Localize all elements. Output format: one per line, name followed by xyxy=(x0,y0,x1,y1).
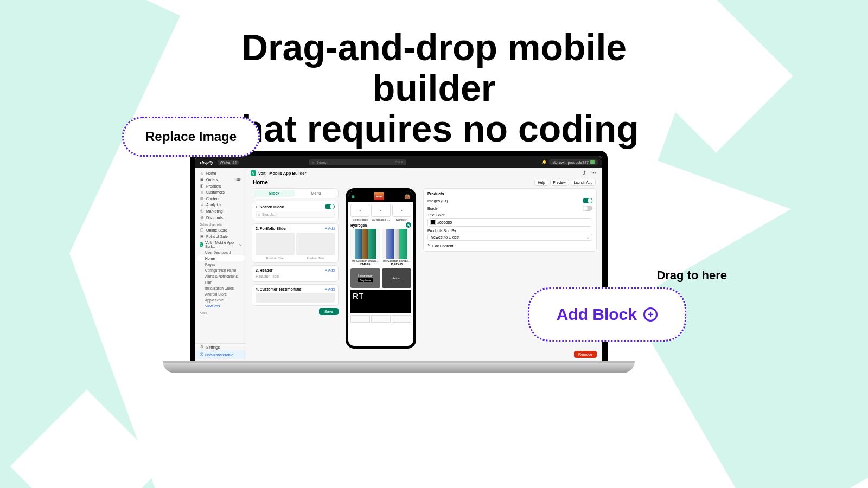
store-avatar-icon xyxy=(590,160,595,164)
app-sub-pages[interactable]: Pages xyxy=(195,261,246,267)
product-image xyxy=(382,229,412,259)
info-icon: ⓘ xyxy=(200,352,203,357)
app-sub-alerts[interactable]: Alerts & Notifications xyxy=(195,273,246,279)
app-sub-plan[interactable]: Plan xyxy=(195,279,246,285)
app-logo: amm xyxy=(374,192,384,200)
app-sub-init[interactable]: Initialization Guide xyxy=(195,285,246,291)
view-less-link[interactable]: View less xyxy=(195,303,246,309)
phone-category-card[interactable]: ▲ xyxy=(371,204,390,217)
portfolio-item[interactable]: Portfolio Title xyxy=(256,233,295,260)
phone-category-card[interactable]: ▲ xyxy=(392,204,411,217)
edition-badge[interactable]: Winter '24 xyxy=(218,160,239,165)
orders-badge: 18 xyxy=(234,178,241,181)
launch-app-button[interactable]: Launch App xyxy=(571,179,596,186)
title-color-label: Title Color xyxy=(427,213,592,217)
properties-panel: Products Images (Fit) Border Title Color xyxy=(423,188,597,252)
sidebar-item-orders[interactable]: ▣Orders18 xyxy=(195,176,246,183)
portfolio-add-button[interactable]: + Add xyxy=(325,227,335,230)
product-card[interactable]: The Collection Snowbo… ₹1,025.00 xyxy=(382,229,412,266)
testimonials-add-button[interactable]: + Add xyxy=(325,287,335,291)
analytics-icon: ≡ xyxy=(200,203,204,207)
images-fit-toggle[interactable] xyxy=(583,198,592,203)
properties-heading: Products xyxy=(427,192,592,196)
embedded-app-header: V Volt - Mobile App Builder ⤴ ⋯ xyxy=(246,168,602,178)
sidebar-item-discounts[interactable]: ⊘Discounts xyxy=(195,214,246,221)
search-icon: ⌕ xyxy=(312,160,314,164)
app-sub-android[interactable]: Android Store xyxy=(195,291,246,297)
search-kbd-hint: Ctrl K xyxy=(395,160,403,164)
color-swatch-icon xyxy=(430,220,436,225)
app-sub-config[interactable]: Configuration Panel xyxy=(195,267,246,273)
home-icon: ⌂ xyxy=(200,171,204,175)
block-search[interactable]: 1. Search Block ⌕ Search… xyxy=(252,201,339,221)
header-add-button[interactable]: + Add xyxy=(325,268,335,272)
block-header[interactable]: 3. Header + Add Header Title xyxy=(252,265,339,282)
share-icon[interactable]: ⤴ xyxy=(582,170,588,176)
app-topbar: shopify Winter '24 ⌕ Search Ctrl K 🔔 sto… xyxy=(195,156,602,168)
sidebar-item-home[interactable]: ⌂Home xyxy=(195,170,246,176)
tab-block[interactable]: Block xyxy=(253,190,295,197)
callout-add-block[interactable]: Add Block + xyxy=(528,287,686,342)
non-transferable-notice[interactable]: ⓘNon-transferable xyxy=(195,350,246,359)
store-switcher[interactable]: storewithproducts387 xyxy=(549,159,598,165)
sidebar-item-products[interactable]: ◧Products xyxy=(195,183,246,189)
sidebar-item-online-store[interactable]: ▢Online Store xyxy=(195,227,246,233)
section-edit-icon[interactable]: ✎ xyxy=(406,222,411,228)
preview-button[interactable]: Preview xyxy=(550,179,569,186)
more-icon[interactable]: ⋯ xyxy=(590,170,598,176)
block-testimonials[interactable]: 4. Customer Testimonials + Add xyxy=(252,284,339,306)
buy-now-button[interactable]: Buy Now xyxy=(358,278,373,282)
app-sub-home[interactable]: Home xyxy=(197,255,244,261)
tab-menu[interactable]: Menu xyxy=(295,190,337,197)
product-image xyxy=(350,229,380,259)
product-card[interactable]: The Collection Snowbo… ₹749.95 xyxy=(350,229,380,266)
promo-banner[interactable]: Autom xyxy=(382,268,412,288)
phone-preview: ≡ amm 👜 ▲ ▲ ▲ Home page xyxy=(346,188,416,349)
sidebar-item-customers[interactable]: ☺Customers xyxy=(195,189,246,195)
search-icon: ⌕ xyxy=(258,213,260,216)
remove-button[interactable]: Remove xyxy=(574,351,597,358)
pin-icon[interactable]: ⇲ xyxy=(239,243,241,247)
volt-badge-icon: V xyxy=(200,242,203,247)
page-title: Home xyxy=(253,179,268,185)
online-store-icon: ▢ xyxy=(200,228,204,232)
notifications-icon[interactable]: 🔔 xyxy=(542,160,547,164)
search-block-toggle[interactable] xyxy=(325,204,335,209)
sidebar-item-analytics[interactable]: ≡Analytics xyxy=(195,202,246,208)
volt-badge-icon: V xyxy=(251,170,256,176)
app-sub-dashboard[interactable]: User Dashboard xyxy=(195,249,246,255)
block-portfolio-title: 2. Portfolio Slider xyxy=(256,227,287,230)
images-fit-label: Images (Fit) xyxy=(427,199,448,203)
sidebar-app-volt[interactable]: V Volt - Mobile App Buil… ⇲ xyxy=(195,240,246,249)
products-icon: ◧ xyxy=(200,184,204,188)
sales-channels-heading: Sales channels xyxy=(195,221,246,227)
sidebar-item-pos[interactable]: ▣Point of Sale xyxy=(195,233,246,240)
callout-replace-image[interactable]: Replace Image xyxy=(122,117,260,157)
orders-icon: ▣ xyxy=(200,177,204,182)
edit-content-button[interactable]: ✎ Edit Content xyxy=(427,243,592,248)
pos-icon: ▣ xyxy=(200,234,204,239)
border-label: Border xyxy=(427,207,439,210)
sidebar-item-content[interactable]: ▤Content xyxy=(195,195,246,202)
hero-banner[interactable]: RT xyxy=(350,290,411,313)
border-toggle[interactable] xyxy=(583,206,592,211)
admin-sidebar: ⌂Home ▣Orders18 ◧Products ☺Customers ▤Co… xyxy=(195,168,246,361)
sidebar-item-settings[interactable]: ⚙Settings xyxy=(195,344,246,350)
thumb-placeholder xyxy=(371,315,391,323)
title-color-input[interactable]: #000000 xyxy=(427,218,592,227)
save-button[interactable]: Save xyxy=(319,308,339,315)
pencil-icon: ✎ xyxy=(427,243,431,248)
promo-banner[interactable]: Home page Buy Now xyxy=(350,268,380,288)
global-search-input[interactable]: ⌕ Search Ctrl K xyxy=(309,159,406,165)
hamburger-icon[interactable]: ≡ xyxy=(352,194,355,200)
portfolio-item[interactable]: Portfolio Title xyxy=(296,233,335,260)
hero-headline: Drag-and-drop mobile builderthat require… xyxy=(217,27,651,149)
app-sub-apple[interactable]: Apple Store xyxy=(195,297,246,303)
sort-by-select[interactable]: Newest to Oldest ⌄ xyxy=(427,234,592,241)
phone-category-card[interactable]: ▲ xyxy=(350,204,369,217)
bag-icon[interactable]: 👜 xyxy=(404,194,410,199)
block-portfolio-slider[interactable]: 2. Portfolio Slider + Add Portfolio Titl… xyxy=(252,223,339,263)
drag-to-here-label: Drag to here xyxy=(656,268,727,282)
help-button[interactable]: Help xyxy=(534,179,548,186)
sidebar-item-marketing[interactable]: ◎Marketing xyxy=(195,208,246,214)
